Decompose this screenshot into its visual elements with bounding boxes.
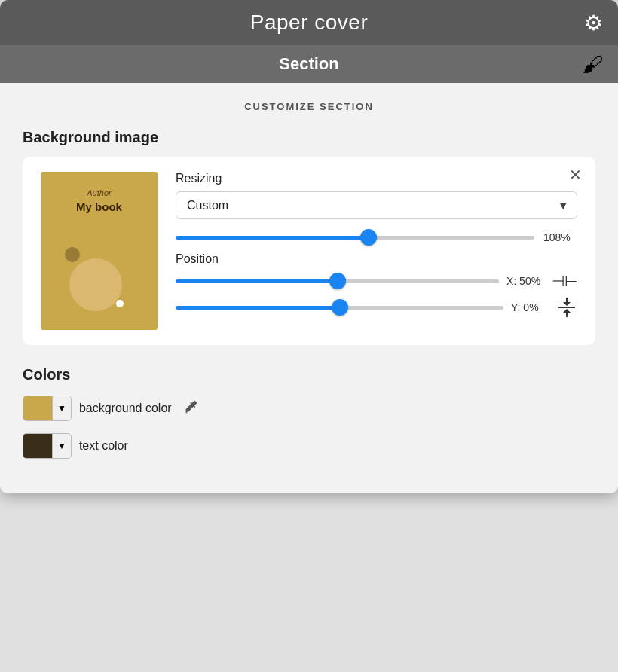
scale-slider[interactable] [176, 236, 534, 240]
background-image-card: ✕ Author My book Resizing [23, 157, 595, 345]
text-color-swatch [23, 434, 52, 458]
center-x-icon[interactable]: ⊣⊢ [552, 272, 577, 290]
background-color-swatch [23, 396, 52, 420]
text-color-swatch-wrapper[interactable]: ▼ [23, 433, 72, 459]
y-position-row: Y: 0% [176, 298, 577, 317]
book-title: My book [41, 200, 158, 213]
text-color-label: text color [79, 439, 128, 453]
main-content: CUSTOMIZE SECTION Background image ✕ Aut… [0, 83, 618, 493]
x-position-row: X: 50% ⊣⊢ [176, 272, 577, 290]
x-slider-container [176, 273, 499, 289]
y-position-value: Y: 0% [511, 301, 549, 313]
text-color-row: ▼ text color [23, 433, 595, 459]
page-title: Paper cover [250, 11, 368, 35]
resizing-select-wrapper: Custom Cover Contain Stretch ▼ [176, 191, 577, 219]
center-y-icon[interactable] [556, 298, 577, 317]
app-window: Paper cover ⚙ Section 🖌 CUSTOMIZE SECTIO… [0, 0, 618, 493]
book-circle-small [65, 247, 80, 262]
resizing-select[interactable]: Custom Cover Contain Stretch [176, 191, 577, 219]
customize-heading: CUSTOMIZE SECTION [23, 101, 595, 112]
background-color-dropdown-btn[interactable]: ▼ [52, 396, 71, 420]
svg-marker-1 [563, 302, 571, 306]
text-color-dropdown-btn[interactable]: ▼ [52, 434, 71, 458]
position-label: Position [176, 252, 577, 266]
y-position-slider[interactable] [176, 306, 503, 310]
card-inner: Author My book Resizing Custom Cover C [41, 172, 577, 330]
y-slider-container [176, 300, 503, 315]
gear-icon[interactable]: ⚙ [584, 11, 603, 35]
book-author: Author [41, 188, 158, 197]
background-color-row: ▼ background color [23, 396, 595, 421]
colors-title: Colors [23, 366, 595, 383]
x-position-slider[interactable] [176, 279, 499, 283]
header-section: Section 🖌 [0, 45, 618, 83]
section-label: Section [279, 54, 338, 74]
controls-section: Resizing Custom Cover Contain Stretch ▼ [176, 172, 577, 325]
eyedropper-icon[interactable] [182, 399, 199, 419]
header-top: Paper cover ⚙ [0, 0, 618, 45]
book-cover-preview: Author My book [41, 172, 158, 330]
scale-slider-row: 108% [176, 230, 577, 245]
book-cover-text: Author My book [41, 188, 158, 213]
background-image-title: Background image [23, 129, 595, 146]
scale-slider-container [176, 230, 534, 245]
book-dot-white [116, 300, 124, 307]
x-position-value: X: 50% [506, 275, 544, 287]
brush-icon[interactable]: 🖌 [582, 52, 603, 77]
close-button[interactable]: ✕ [569, 167, 582, 182]
background-color-label: background color [79, 402, 172, 415]
book-circle-large [69, 258, 122, 311]
scale-value: 108% [543, 231, 577, 243]
resizing-label: Resizing [176, 172, 577, 185]
background-color-swatch-wrapper[interactable]: ▼ [23, 396, 72, 421]
